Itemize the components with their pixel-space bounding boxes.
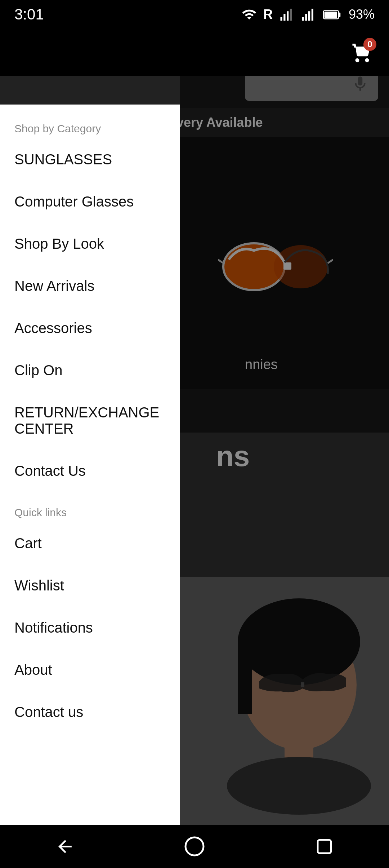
status-bar: 3:01 R 93% <box>0 0 389 29</box>
nav-item-contact-us-2[interactable]: Contact us <box>0 691 180 733</box>
battery-percent: 93% <box>349 7 375 22</box>
recents-button[interactable] <box>303 832 346 861</box>
top-bar: 0 <box>0 29 389 76</box>
svg-rect-18 <box>305 14 307 21</box>
nav-item-wishlist[interactable]: Wishlist <box>0 564 180 607</box>
svg-rect-20 <box>312 9 313 21</box>
bottom-nav-bar <box>0 825 389 868</box>
cart-badge: 0 <box>363 38 376 51</box>
right-overlay <box>162 0 389 868</box>
nav-item-contact-us[interactable]: Contact Us <box>0 450 180 492</box>
nav-item-new-arrivals[interactable]: New Arrivals <box>0 265 180 307</box>
battery-icon <box>322 7 342 22</box>
quick-links-label: Quick links <box>0 499 180 522</box>
nav-item-about[interactable]: About <box>0 649 180 691</box>
svg-rect-14 <box>283 14 285 21</box>
svg-rect-15 <box>287 11 289 21</box>
svg-rect-19 <box>308 11 310 21</box>
nav-item-accessories[interactable]: Accessories <box>0 307 180 349</box>
svg-point-24 <box>185 837 204 855</box>
nav-item-notifications[interactable]: Notifications <box>0 607 180 649</box>
svg-rect-22 <box>339 13 340 17</box>
back-arrow-icon <box>55 837 75 856</box>
status-time: 3:01 <box>14 6 44 23</box>
shop-by-category-label: Shop by Category <box>0 115 180 138</box>
svg-rect-23 <box>325 12 337 18</box>
signal-icon-2 <box>301 7 316 22</box>
svg-rect-25 <box>318 840 331 853</box>
nav-item-shop-by-look[interactable]: Shop By Look <box>0 223 180 265</box>
nav-item-return-exchange[interactable]: RETURN/EXCHANGE CENTER <box>0 391 180 450</box>
drawer-body: Shop by Category SUNGLASSES Computer Gla… <box>0 105 180 868</box>
svg-rect-13 <box>280 17 282 21</box>
navigation-drawer: Sign in / Sign up Shop by Category SUNGL… <box>0 0 180 868</box>
carrier-r: R <box>263 7 273 22</box>
home-button[interactable] <box>173 832 216 861</box>
cart-button[interactable]: 0 <box>346 36 378 68</box>
nav-item-clip-on[interactable]: Clip On <box>0 349 180 391</box>
svg-rect-17 <box>302 17 304 21</box>
back-button[interactable] <box>43 832 86 861</box>
signal-icon-1 <box>279 7 294 22</box>
nav-item-cart[interactable]: Cart <box>0 522 180 564</box>
svg-rect-16 <box>290 9 292 21</box>
home-circle-icon <box>184 836 205 857</box>
recents-square-icon <box>314 837 334 856</box>
nav-item-sunglasses[interactable]: SUNGLASSES <box>0 138 180 181</box>
status-icons: R 93% <box>242 7 375 22</box>
wifi-icon <box>242 7 257 22</box>
nav-item-computer-glasses[interactable]: Computer Glasses <box>0 181 180 223</box>
